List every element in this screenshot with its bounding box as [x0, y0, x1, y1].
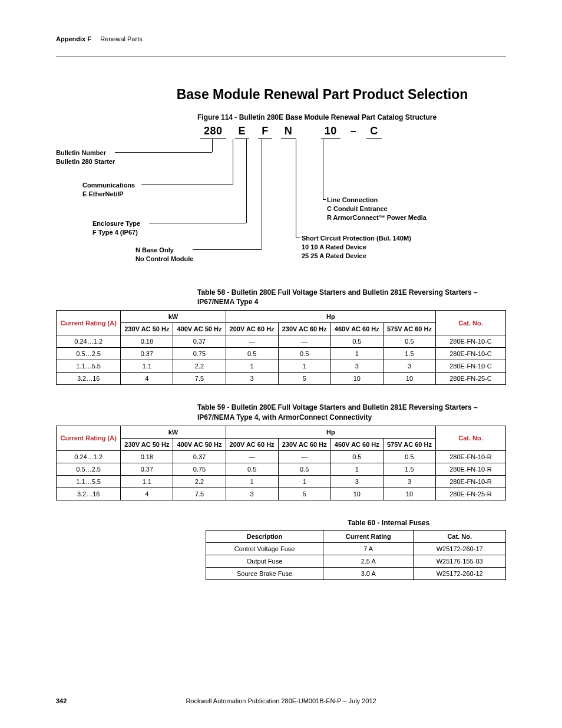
table-cell: 1	[330, 463, 383, 475]
label-base: N Base Only No Control Module	[135, 246, 193, 263]
table-cell: 3.2…16	[57, 487, 121, 500]
table-cell: 1	[278, 360, 330, 373]
table-cell: 1.1	[121, 360, 173, 373]
table-cell: 1	[226, 475, 278, 487]
table-cell: 280E-FN-10-R	[436, 463, 506, 475]
label-scp: Short Circuit Protection (Bul. 140M) 10 …	[302, 234, 411, 261]
table-cell: Control Voltage Fuse	[206, 542, 323, 555]
table-cell: 0.5	[278, 463, 330, 475]
table-cell: 5	[278, 373, 330, 385]
header-rule	[56, 57, 506, 57]
label-enclosure: Enclosure Type F Type 4 (IP67)	[92, 219, 140, 237]
table59-caption: Table 59 - Bulletin 280E Full Voltage St…	[56, 403, 506, 421]
page-footer: 342 Rockwell Automation Publication 280E…	[56, 697, 506, 704]
table-cell: W25172-260-12	[414, 567, 506, 579]
label-communications: Communications E EtherNet/IP	[82, 181, 135, 199]
table-cell: 7 A	[323, 542, 414, 555]
pn-base: N	[281, 125, 296, 139]
table-cell: 0.5	[226, 348, 278, 360]
table-cell: 280E-FN-10-R	[436, 450, 506, 463]
table-cell: Source Brake Fuse	[206, 567, 323, 579]
pn-dash: –	[349, 125, 358, 138]
table-cell: 1.1…5.5	[57, 475, 121, 487]
page: Appendix F Renewal Parts Base Module Ren…	[0, 0, 562, 728]
table-cell: 0.18	[121, 450, 173, 463]
table-row: 3.2…1647.5351010280E-FN-25-R	[57, 487, 506, 500]
page-title: Base Module Renewal Part Product Selecti…	[56, 87, 506, 103]
table-cell: 0.18	[121, 335, 173, 348]
col-400-50: 400V AC 50 Hz	[173, 323, 226, 335]
table-cell: 280E-FN-10-C	[436, 348, 506, 360]
table-row: 0.24…1.20.180.37——0.50.5280E-FN-10-R	[57, 450, 506, 463]
table-cell: 0.5	[383, 335, 435, 348]
table-cell: 280E-FN-25-R	[436, 487, 506, 500]
col-200-60: 200V AC 60 Hz	[226, 323, 278, 335]
table-cell: 0.5	[330, 450, 383, 463]
group-hp: Hp	[226, 426, 435, 438]
table-cell: 0.37	[173, 335, 226, 348]
pn-enclosure: F	[258, 125, 272, 139]
table60: Description Current Rating Cat. No. Cont…	[206, 530, 506, 580]
label-line-connection: Line Connection C Conduit Entrance R Arm…	[327, 196, 427, 222]
table-cell: 1	[278, 475, 330, 487]
table-cell: 0.37	[173, 450, 226, 463]
table-cell: —	[278, 450, 330, 463]
table-cell: 4	[121, 487, 173, 500]
col-230-60: 230V AC 60 Hz	[278, 323, 330, 335]
table-row: 0.5…2.50.370.750.50.511.5280E-FN-10-R	[57, 463, 506, 475]
pn-line: C	[366, 125, 382, 139]
table-cell: 3	[330, 475, 383, 487]
table-cell: 280E-FN-10-C	[436, 335, 506, 348]
table-cell: —	[226, 335, 278, 348]
table-cell: —	[278, 335, 330, 348]
table-cell: 2.2	[173, 360, 226, 373]
col-460-60: 460V AC 60 Hz	[330, 438, 383, 450]
col-cat-no: Cat. No.	[436, 426, 506, 450]
table-cell: 0.5…2.5	[57, 348, 121, 360]
col-current-rating: Current Rating (A)	[57, 426, 121, 450]
part-number-breakdown: 280 E F N 10 – C	[200, 125, 382, 139]
col-230-50: 230V AC 50 Hz	[121, 323, 173, 335]
table-cell: 1.1…5.5	[57, 360, 121, 373]
group-kw: kW	[121, 311, 226, 323]
table-cell: 1.1	[121, 475, 173, 487]
table-row: 1.1…5.51.12.21133280E-FN-10-R	[57, 475, 506, 487]
table-cell: 0.37	[121, 463, 173, 475]
table-cell: 4	[121, 373, 173, 385]
table-cell: 7.5	[173, 487, 226, 500]
group-kw: kW	[121, 426, 226, 438]
group-hp: Hp	[226, 311, 435, 323]
table-cell: 2.2	[173, 475, 226, 487]
table-cell: 3	[383, 360, 435, 373]
table-cell: 280E-FN-10-R	[436, 475, 506, 487]
col-current-rating: Current Rating (A)	[57, 311, 121, 335]
col-575-60: 575V AC 60 Hz	[383, 438, 435, 450]
table59: Current Rating (A) kW Hp Cat. No. 230V A…	[56, 426, 506, 500]
col-200-60: 200V AC 60 Hz	[226, 438, 278, 450]
col-cat-no: Cat. No.	[436, 311, 506, 335]
table58: Current Rating (A) kW Hp Cat. No. 230V A…	[56, 310, 506, 385]
col-230-60: 230V AC 60 Hz	[278, 438, 330, 450]
table-row: 3.2…1647.5351010280E-FN-25-C	[57, 373, 506, 385]
table-cell: 3.2…16	[57, 373, 121, 385]
table-row: 0.5…2.50.370.750.50.511.5280E-FN-10-C	[57, 348, 506, 360]
table-cell: 0.75	[173, 463, 226, 475]
pn-comm: E	[235, 125, 250, 139]
section-label: Renewal Parts	[100, 35, 143, 42]
table-row: Source Brake Fuse3.0 AW25172-260-12	[206, 567, 506, 579]
table-cell: 0.37	[121, 348, 173, 360]
publication-info: Rockwell Automation Publication 280E-UM0…	[56, 697, 506, 704]
table-row: Output Fuse2.5 AW25176-155-03	[206, 555, 506, 567]
table-cell: 2.5 A	[323, 555, 414, 567]
appendix-label: Appendix F	[56, 35, 91, 42]
table-cell: 10	[330, 373, 383, 385]
table-cell: 0.5…2.5	[57, 463, 121, 475]
table-cell: 1	[330, 348, 383, 360]
table-cell: 1.5	[383, 463, 435, 475]
table-cell: Output Fuse	[206, 555, 323, 567]
table-cell: 0.5	[330, 335, 383, 348]
pn-bulletin: 280	[200, 125, 226, 139]
table60-caption: Table 60 - Internal Fuses	[348, 518, 506, 528]
table-row: Control Voltage Fuse7 AW25172-260-17	[206, 542, 506, 555]
table-cell: 10	[383, 487, 435, 500]
